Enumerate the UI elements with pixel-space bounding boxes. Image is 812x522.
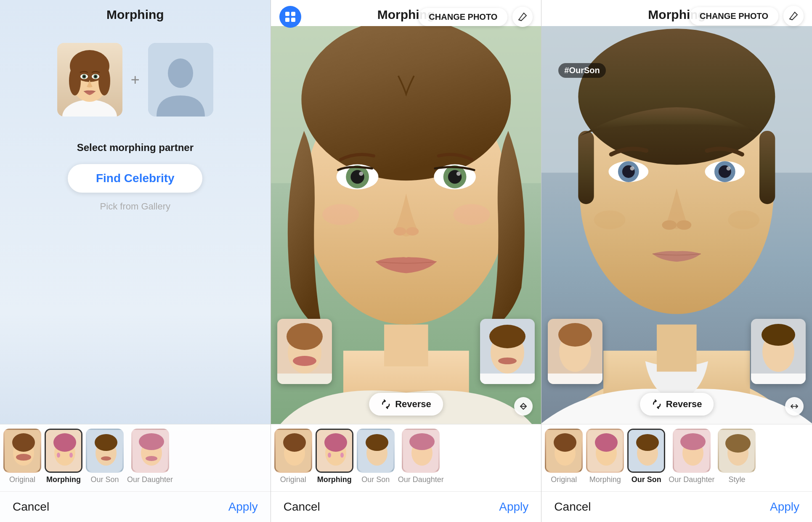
tab-item-original-p2[interactable]: Original	[274, 429, 312, 484]
tab-item-daughter-p2[interactable]: Our Daughter	[398, 429, 444, 484]
tab-item-morphing-p3[interactable]: Morphing	[586, 429, 624, 484]
svg-point-121	[680, 433, 706, 450]
eraser-icon	[517, 11, 528, 22]
svg-rect-88	[578, 131, 594, 204]
svg-point-16	[168, 58, 193, 88]
grid-icon-button[interactable]	[279, 6, 301, 28]
svg-point-69	[283, 433, 306, 452]
panel2-cancel-button[interactable]: Cancel	[284, 500, 320, 514]
panel2-reverse-button[interactable]: Reverse	[369, 393, 443, 416]
panel-3: Morphing CHANGE PHOTO #OurSon	[541, 0, 812, 522]
panel2-thumb-right[interactable]	[480, 319, 535, 384]
tab-item-daughter-p1[interactable]: Our Daughter	[127, 429, 173, 484]
tab-item-son-p1[interactable]: Our Son	[86, 429, 124, 484]
panel3-main-image: Reverse	[541, 26, 812, 424]
svg-rect-37	[291, 18, 295, 22]
tab-thumb-morphing-p1	[45, 429, 82, 473]
tab-item-original-p3[interactable]: Original	[545, 429, 583, 484]
panel3-top-right-controls: CHANGE PHOTO	[690, 6, 804, 26]
svg-point-104	[558, 323, 592, 347]
panel1-content: + Select morphing partner Find Celebrity…	[0, 26, 271, 424]
tab-item-morphing-p2[interactable]: Morphing	[316, 429, 353, 484]
panel3-expand-button[interactable]	[785, 397, 804, 416]
tab-thumb-original-p1	[3, 429, 41, 473]
face-photo-placeholder[interactable]	[148, 43, 213, 117]
panel3-eraser-icon	[788, 11, 799, 21]
panel3-apply-button[interactable]: Apply	[770, 500, 799, 514]
tab-item-daughter-p3[interactable]: Our Daughter	[669, 429, 714, 484]
svg-point-101	[728, 210, 760, 229]
panel2-apply-button[interactable]: Apply	[499, 500, 528, 514]
svg-point-20	[16, 454, 31, 461]
svg-rect-61	[277, 374, 332, 384]
panel3-cancel-button[interactable]: Cancel	[554, 500, 591, 514]
svg-point-7	[69, 66, 81, 95]
tab-label-style-p3: Style	[728, 475, 745, 484]
panel2-eraser-button[interactable]	[512, 7, 533, 27]
svg-point-98	[662, 220, 677, 230]
tab-thumb-daughter-p3	[673, 429, 711, 473]
svg-point-23	[53, 433, 76, 452]
tab-thumb-original-p3	[545, 429, 583, 473]
panel3-reverse-button[interactable]: Reverse	[640, 393, 714, 416]
tab-item-style-p3[interactable]: Style	[718, 429, 756, 484]
svg-point-28	[95, 434, 117, 451]
find-celebrity-button[interactable]: Find Celebrity	[68, 164, 202, 193]
panel3-change-photo-button[interactable]: CHANGE PHOTO	[690, 7, 778, 25]
svg-point-118	[636, 434, 659, 451]
panel3-top-bar: CHANGE PHOTO	[541, 0, 812, 29]
svg-point-112	[554, 433, 576, 452]
svg-point-93	[630, 167, 634, 171]
panel2-thumb-left[interactable]	[277, 319, 332, 384]
panel3-reverse-icon	[652, 399, 662, 409]
svg-point-24	[57, 453, 60, 458]
panel1-cancel-button[interactable]: Cancel	[13, 500, 49, 514]
svg-point-74	[340, 453, 344, 458]
tab-item-morphing-p1[interactable]: Morphing	[45, 429, 82, 484]
pick-gallery-button[interactable]: Pick from Gallery	[100, 201, 170, 212]
svg-rect-35	[291, 12, 295, 16]
svg-point-77	[366, 434, 388, 451]
svg-point-32	[139, 433, 164, 450]
tab-label-daughter-p2: Our Daughter	[398, 475, 444, 484]
tab-label-daughter-p3: Our Daughter	[669, 475, 714, 484]
panel2-bottom-tabs: Original Morphing	[271, 424, 541, 491]
svg-point-115	[595, 433, 618, 452]
svg-point-25	[69, 453, 73, 458]
panel-2: Morphing CHANGE PHOTO	[271, 0, 542, 522]
panel1-title: Morphing	[0, 0, 271, 26]
svg-rect-34	[285, 12, 289, 16]
svg-point-55	[322, 204, 359, 225]
tab-thumb-daughter-p1	[131, 429, 169, 473]
svg-point-80	[409, 433, 435, 450]
panel3-thumb-right[interactable]	[751, 319, 806, 384]
panel3-eraser-button[interactable]	[783, 6, 804, 26]
svg-point-59	[287, 323, 323, 350]
svg-rect-85	[657, 325, 697, 372]
tab-thumb-son-p3	[627, 429, 665, 473]
tab-thumb-morphing-p3	[586, 429, 624, 473]
svg-rect-66	[480, 374, 535, 384]
panel-1: Morphing	[0, 0, 271, 522]
tab-item-son-p3[interactable]: Our Son	[627, 429, 665, 484]
svg-point-65	[498, 358, 517, 364]
svg-point-72	[324, 433, 347, 452]
tab-thumb-original-p2	[274, 429, 312, 473]
panel2-change-photo-button[interactable]: CHANGE PHOTO	[419, 8, 507, 26]
svg-point-48	[359, 172, 363, 176]
panel3-thumb-left[interactable]	[548, 319, 602, 384]
tab-thumb-son-p2	[357, 429, 395, 473]
svg-point-124	[725, 434, 751, 453]
panel2-main-image: Reverse	[271, 26, 541, 424]
svg-point-52	[456, 172, 461, 176]
panel1-apply-button[interactable]: Apply	[228, 500, 258, 514]
face-photo-1[interactable]	[57, 43, 122, 117]
svg-point-108	[762, 324, 795, 346]
tab-item-son-p2[interactable]: Our Son	[357, 429, 395, 484]
svg-rect-89	[759, 131, 775, 204]
tab-thumb-daughter-p2	[402, 429, 440, 473]
svg-point-100	[594, 210, 626, 229]
grid-icon	[284, 11, 296, 23]
tab-item-original-p1[interactable]: Original	[3, 429, 41, 484]
reverse-icon	[381, 399, 391, 409]
